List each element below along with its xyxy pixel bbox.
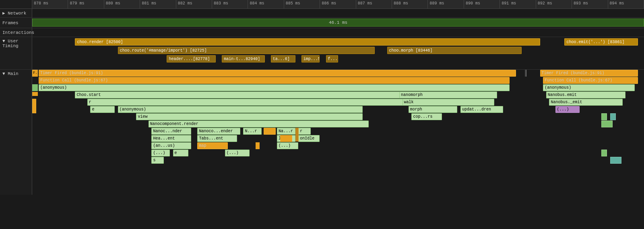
walk-bar[interactable]: walk [402,99,494,106]
time-label-888: 888 ms [392,0,428,8]
nanomorph[interactable]: nanomorph [399,92,497,98]
anon-paren-2[interactable]: (...) [151,150,170,156]
nanobus-emit-private[interactable]: Nanobus._emit [549,99,622,106]
anonymous-right[interactable]: (anonymous) [543,84,635,91]
main-label[interactable]: ▼ Main [0,70,32,195]
orange-mark-2 [295,128,299,142]
small-green-right-1 [601,113,607,120]
network-label[interactable]: ▶ Network [0,9,32,17]
onidle-bar[interactable]: onIdle [298,135,320,142]
morph-bar[interactable]: morph [409,106,458,113]
interactions-content [32,28,644,37]
timer-fired-1[interactable]: Timer Fired (bundle.js:91) [39,70,516,77]
timer-separator [525,70,526,77]
main-t-bar[interactable]: main-t...82940] [222,55,264,62]
flame-chart: F...) Timer Fired (bundle.js:91) Functio… [32,70,644,195]
nanobus-emit[interactable]: Nanobus.emit [546,92,626,98]
frames-content: 46.1 ms [32,18,644,28]
nanoc-nder-1[interactable]: Nanoc...nder [151,128,191,135]
time-ruler: 878 ms 879 ms 880 ms 881 ms 882 ms 883 m… [0,0,644,9]
e-small[interactable]: e [90,106,115,113]
view-bar[interactable]: view [136,113,362,120]
user-timing-content: choo.render [82500] choo.emit('...') [83… [32,37,644,69]
small-green-1 [32,84,38,91]
timeline-container: 878 ms 879 ms 880 ms 881 ms 882 ms 883 m… [0,0,644,229]
coprs-bar[interactable]: cop...rs [411,113,442,120]
choo-render-bar[interactable]: choo.render [82500] [75,38,540,46]
frames-bar[interactable]: 46.1 ms [32,19,644,27]
e-row[interactable]: e [173,150,188,156]
time-label-890: 890 ms [464,0,500,8]
choo-emit-bar[interactable]: choo.emit('...') [83861] [564,38,638,46]
choo-route-bar[interactable]: choo.route('#manage/import') [82725] [118,47,375,54]
time-label-878: 878 ms [32,0,68,8]
r-small-bar[interactable]: r [298,128,310,135]
time-label-880: 880 ms [104,0,140,8]
time-label-884: 884 ms [248,0,284,8]
time-label-885: 885 ms [284,0,320,8]
anon-paren-1[interactable]: (...) [277,142,298,149]
time-label-881: 881 ms [140,0,176,8]
time-label-889: 889 ms [428,0,464,8]
s-bar[interactable]: s [151,157,163,164]
function-call-1[interactable]: Function Call (bundle.js:67) [39,77,510,84]
function-call-2[interactable]: Function Call (bundle.js:67) [543,77,638,84]
f-indicator[interactable]: F...) [32,70,38,77]
frames-label[interactable]: Frames [0,18,32,28]
time-label-891: 891 ms [500,0,536,8]
ta-bar[interactable]: ta...6] [271,55,295,62]
frames-row: Frames 46.1 ms [0,18,644,28]
time-label-883: 883 ms [212,0,248,8]
small-green-right-2 [601,121,613,127]
an-us-bar[interactable]: (an...us) [151,142,191,149]
small-teal-right-1 [610,113,616,120]
time-label-882: 882 ms [176,0,212,8]
r-bar[interactable]: r [87,99,405,106]
header-bar[interactable]: header....[82778] [167,55,216,62]
n-r-bar[interactable]: N...r [243,128,262,135]
time-label-886: 886 ms [320,0,356,8]
interactions-row: Interactions [0,28,644,37]
nanocomponent-render[interactable]: Nanocomponent.render [149,121,369,127]
map-bar[interactable]: map [197,142,228,149]
user-timing-section: ▼ User Timing choo.render [82500] choo.e… [0,37,644,70]
time-label-879: 879 ms [68,0,104,8]
anon-purple[interactable]: (...) [555,106,580,113]
interactions-label: Interactions [0,28,32,37]
imp-bar[interactable]: imp...5] [301,55,320,62]
orange-mark-1 [256,142,260,149]
left-orange-indicator [32,99,36,113]
anonymous-2[interactable]: (anonymous) [118,106,363,113]
timer-fired-2[interactable]: Timer Fired (bundle.js:91) [540,70,638,77]
time-label-894: 894 ms [608,0,644,8]
f-bar[interactable]: f... [326,55,338,62]
na-r-bar[interactable]: Na...r [277,128,295,135]
anonymous-1[interactable]: (anonymous) [39,84,510,91]
time-label-887: 887 ms [356,0,392,8]
main-section: ▼ Main F...) Timer Fired (bundle.js:91) … [0,70,644,195]
small-orange-timing[interactable] [264,128,276,135]
time-label-893: 893 ms [572,0,608,8]
updat-children-bar[interactable]: updat...dren [460,106,503,113]
small-orange-1 [32,92,38,96]
small-orange-map-child[interactable] [280,135,292,142]
small-teal-right-2 [610,157,621,164]
network-content [32,9,644,17]
nanoco-ender-2[interactable]: Nanoco...ender [197,128,240,135]
small-green-right-3 [601,150,607,156]
tabs-ent[interactable]: Tabs...ent [197,135,237,142]
hea-ent[interactable]: Hea...ent [151,135,191,142]
network-row: ▶ Network [0,9,644,18]
time-label-892: 892 ms [536,0,572,8]
anon-paren-3[interactable]: (...) [225,150,250,156]
choo-morph-bar[interactable]: choo.morph [83446] [387,47,522,54]
choo-start[interactable]: Choo.start [75,92,417,98]
user-timing-label[interactable]: ▼ User Timing [0,37,32,69]
